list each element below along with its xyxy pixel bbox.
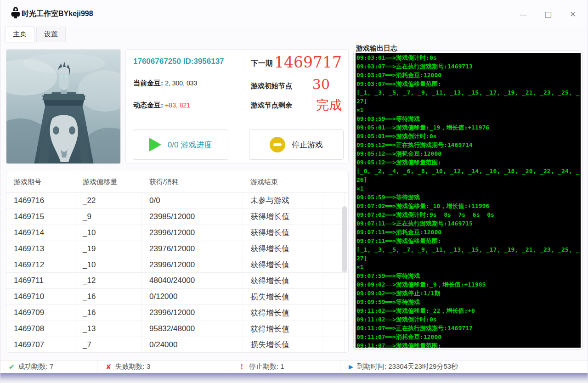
table-cell: 1469713 [6,241,75,257]
table-row[interactable]: 1469712_1023996/12000获得增长值 [6,257,348,273]
table-cell: 获得增长值 [243,305,323,321]
next-round-label: 下一期 [251,59,273,68]
log-line: ×1 [356,184,580,193]
table-cell: _22 [75,193,142,208]
table-cell: 48040/24000 [142,273,243,288]
table-row[interactable]: 1469710_160/12000损失增长值 [6,288,348,304]
log-frame: 09:03:01══>游戏倒计时:0s09:03:07══>正在执行游戏期号:1… [353,51,583,350]
table-cell: 0/0 [142,193,243,208]
current-beans-value: 2, 300, 033 [165,79,197,87]
table-cell: 获得增长值 [243,225,323,241]
init-node-value: 30 [312,76,330,92]
tab-bar: 主页 设置 [5,27,66,42]
log-line: 09:07:02══>游戏倒计时:9s 8s 7s 6s 0s [356,210,580,219]
game-progress-button[interactable]: 0/0 游戏进度 [133,130,228,160]
play-triangle-icon: ▶ [349,363,353,370]
table-cell: 1469709 [6,305,75,321]
log-line: 09:07:11══>消耗金豆:12000 [356,228,580,237]
table-row[interactable]: 1469716_220/0未参与游戏 [6,192,348,208]
log-line: 09:05:12══>正在执行游戏期号:1469714 [356,141,580,149]
check-icon: ✔ [9,363,15,371]
table-row[interactable]: 1469713_1923976/12000获得增长值 [6,241,348,257]
status-fail: ✘ 失败期数: 3 [97,360,230,373]
app-window: 时光工作室BYkeji998 — □ ✕ 主页 设置 [0,0,588,383]
log-line: ×1 [356,263,580,271]
status-fail-label: 失败期数: 3 [115,362,151,371]
table-row[interactable]: 1469715_923985/12000获得增长值 [6,208,348,225]
table-cell-filler [323,257,345,273]
log-line: [_1, _3, _5, _7, _9, _11, _13, _15, _17,… [356,88,580,106]
table-cell: 获得增长值 [243,209,323,225]
game-progress-label: 0/0 游戏进度 [168,140,212,150]
table-cell: _9 [75,209,142,225]
table-cell: 23976/12000 [142,241,243,257]
table-cell: _19 [75,241,142,257]
tab-home[interactable]: 主页 [5,27,34,42]
table-cell: 未参与游戏 [243,193,323,208]
stop-game-label: 停止游戏 [292,140,323,150]
log-line: 09:03:59══>等待游戏 [356,114,580,123]
play-icon [149,138,161,152]
table-cell: 23996/12000 [142,225,243,241]
log-line: [_1, _3, _5, _7, _9, _11, _13, _15, _17,… [356,245,580,263]
column-header-gain-cost: 获得/消耗 [142,171,243,192]
log-title: 游戏输出日志 [354,44,399,53]
log-line: 09:03:07══>游戏偏移量范围: [356,79,580,88]
account-id-text: 17606767250 ID:3956137 [133,57,224,66]
window-controls: — □ ✕ [517,8,579,20]
table-row[interactable]: 1469708_1395832/48000获得增长值 [6,321,348,337]
log-line: 09:07:11══>游戏偏移量范围: [356,237,580,245]
table-cell: _10 [75,225,142,241]
status-success-label: 成功期数: 7 [18,362,54,371]
table-cell-filler [323,305,345,321]
log-line: 09:11:07══>消耗金豆:12000 [356,332,580,341]
window-bottom-edge [0,373,588,383]
table-cell: _16 [75,289,142,304]
dynamic-beans-row: 动态金豆: +83, 821 [133,101,190,110]
log-line: 09:05:12══>游戏偏移量范围: [356,158,580,167]
table-cell: _12 [75,273,142,288]
close-icon[interactable]: ✕ [566,8,579,20]
table-cell: 1469707 [6,337,75,353]
log-output[interactable]: 09:03:01══>游戏倒计时:0s09:03:07══>正在执行游戏期号:1… [356,53,581,348]
table-cell-filler [323,225,345,241]
table-row[interactable]: 1469714_1023996/12000获得增长值 [6,225,348,241]
stop-game-button[interactable]: 停止游戏 [249,130,344,160]
log-line: 09:05:59══>等待游戏 [356,193,580,202]
table-cell: 0/24000 [142,337,243,353]
log-group: 游戏输出日志 09:03:01══>游戏倒计时:0s09:03:07══>正在执… [353,44,583,352]
table-cell: 1469714 [6,225,75,241]
log-line: 09:03:07══>消耗金豆:12000 [356,71,580,79]
dynamic-beans-value: +83, 821 [165,101,190,109]
table-cell: 损失增长值 [243,289,323,304]
night-king-artwork [6,49,121,164]
minimize-icon[interactable]: — [517,8,530,20]
exclamation-icon: ！ [238,362,245,371]
log-line: 09:07:02══>游戏偏移量:_10，增长值:+11996 [356,202,580,210]
maximize-icon[interactable]: □ [542,8,554,20]
table-row[interactable]: 1469711_1248040/24000获得增长值 [6,272,348,288]
log-line: 09:09:59══>等待游戏 [356,298,580,306]
game-history-table: 游戏期号 游戏偏移量 获得/消耗 游戏结束 1469716_220/0未参与游戏… [6,171,349,353]
current-beans-label: 当前金豆: [133,79,163,87]
table-body[interactable]: 1469716_220/0未参与游戏1469715_923985/12000获得… [6,192,348,353]
status-expire: ▶ 到期时间: 23304天23时29分53秒 [340,360,588,373]
table-cell: 1469708 [6,321,75,337]
table-cell: 1469715 [6,209,75,225]
table-cell: 获得增长值 [243,241,323,257]
table-cell: 23996/12000 [142,257,243,273]
table-scrollbar-thumb[interactable] [342,206,347,272]
table-cell: _13 [75,321,142,337]
tab-settings[interactable]: 设置 [36,27,66,42]
status-stop: ！ 停止期数: 1 [230,360,340,373]
table-cell: _16 [75,305,142,321]
table-cell-filler [323,193,345,208]
table-row[interactable]: 1469707_70/24000损失增长值 [6,337,348,353]
log-line: 09:11:02══>游戏偏移量:_22，增长值:+0 [356,306,580,315]
log-line: 09:07:11══>正在执行游戏期号:1469715 [356,219,580,228]
window-title: 时光工作室BYkeji998 [22,9,93,19]
table-row[interactable]: 1469709_1623996/12000获得增长值 [6,304,348,321]
table-cell: 1469710 [6,289,75,304]
log-line: 09:03:07══>正在执行游戏期号:1469713 [356,62,580,71]
column-header-result: 游戏结束 [243,171,323,192]
